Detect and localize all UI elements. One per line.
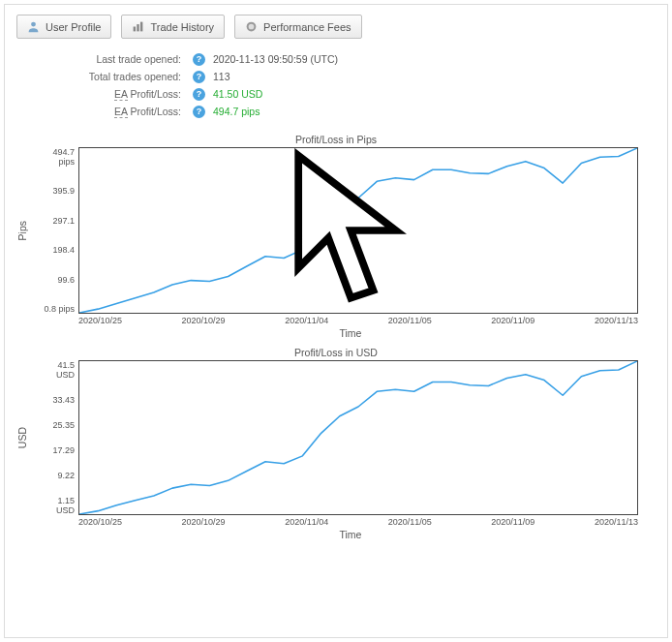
axis-tick: 9.22 xyxy=(40,471,75,480)
chart-usd-yticks: 41.5 USD33.4325.3517.299.221.15 USD xyxy=(40,360,78,515)
svg-rect-1 xyxy=(134,27,136,32)
row-ea-pl-usd: EA Profit/Loss: ? 41.50 USD xyxy=(20,85,656,103)
summary-block: Last trade opened: ? 2020-11-13 09:50:59… xyxy=(20,50,656,120)
tab-user-profile[interactable]: User Profile xyxy=(16,15,111,39)
axis-tick: 17.29 xyxy=(40,445,75,455)
row-total-trades-opened: Total trades opened: ? 113 xyxy=(20,68,656,85)
axis-tick: 41.5 USD xyxy=(40,360,75,380)
tab-label: Performance Fees xyxy=(263,21,351,33)
axis-tick: 2020/11/04 xyxy=(285,517,328,527)
axis-tick: 395.9 xyxy=(40,186,75,196)
chart-usd-xticks: 2020/10/252020/10/292020/11/042020/11/05… xyxy=(78,517,638,527)
chart-pips-title: Profit/Loss in Pips xyxy=(16,134,656,145)
tab-label: User Profile xyxy=(46,21,101,33)
chart-pips-ylabel: Pips xyxy=(16,221,40,240)
axis-tick: 2020/10/29 xyxy=(182,316,226,325)
chart-usd-plot[interactable] xyxy=(78,360,638,515)
label-total-trades-opened: Total trades opened: xyxy=(20,71,185,82)
chart-usd: Profit/Loss in USD USD 41.5 USD33.4325.3… xyxy=(16,347,656,540)
svg-rect-3 xyxy=(140,22,142,32)
label-last-trade-opened: Last trade opened: xyxy=(20,53,185,65)
chart-pips-xticks: 2020/10/252020/10/292020/11/042020/11/05… xyxy=(78,316,638,325)
axis-tick: 2020/11/13 xyxy=(595,316,638,325)
value-ea-pl-usd: 41.50 USD xyxy=(213,88,262,100)
chart-icon xyxy=(132,20,144,33)
label-ea-pl-pips: EA Profit/Loss: xyxy=(20,106,185,117)
axis-tick: 0.8 pips xyxy=(40,304,75,314)
label-ea-pl-usd: EA Profit/Loss: xyxy=(20,88,185,100)
tab-bar: User Profile Trade History Performance F… xyxy=(16,15,656,39)
chart-pips: Profit/Loss in Pips Pips 494.7 pips395.9… xyxy=(16,134,656,339)
axis-tick: 2020/11/05 xyxy=(388,316,432,325)
svg-rect-2 xyxy=(137,24,139,31)
tab-label: Trade History xyxy=(150,21,214,33)
value-last-trade-opened: 2020-11-13 09:50:59 (UTC) xyxy=(213,53,338,65)
axis-tick: 494.7 pips xyxy=(40,147,75,167)
axis-tick: 297.1 xyxy=(40,216,75,226)
chart-usd-svg xyxy=(79,361,637,514)
help-icon[interactable]: ? xyxy=(193,71,205,83)
row-last-trade-opened: Last trade opened: ? 2020-11-13 09:50:59… xyxy=(20,50,656,68)
chart-pips-xlabel: Time xyxy=(46,327,656,339)
help-icon[interactable]: ? xyxy=(193,106,205,118)
row-ea-pl-pips: EA Profit/Loss: ? 494.7 pips xyxy=(20,103,656,120)
value-total-trades-opened: 113 xyxy=(213,71,230,82)
value-ea-pl-pips: 494.7 pips xyxy=(213,106,260,117)
chart-usd-ylabel: USD xyxy=(16,427,40,448)
axis-tick: 2020/10/29 xyxy=(182,517,226,527)
chart-usd-title: Profit/Loss in USD xyxy=(16,347,656,358)
user-icon xyxy=(27,20,40,33)
axis-tick: 2020/11/04 xyxy=(285,316,328,325)
axis-tick: 1.15 USD xyxy=(40,496,75,515)
chart-pips-yticks: 494.7 pips395.9297.1198.499.60.8 pips xyxy=(40,147,78,314)
axis-tick: 2020/10/25 xyxy=(78,316,122,325)
axis-tick: 198.4 xyxy=(40,245,75,255)
coin-icon xyxy=(245,20,258,33)
axis-tick: 2020/11/13 xyxy=(595,517,638,527)
series-line xyxy=(79,361,637,514)
axis-tick: 2020/11/09 xyxy=(491,517,535,527)
app-frame: User Profile Trade History Performance F… xyxy=(4,4,668,638)
tab-performance-fees[interactable]: Performance Fees xyxy=(234,15,361,39)
axis-tick: 2020/11/05 xyxy=(388,517,432,527)
chart-usd-xlabel: Time xyxy=(46,529,656,540)
axis-tick: 2020/11/09 xyxy=(491,316,535,325)
tab-trade-history[interactable]: Trade History xyxy=(121,15,225,39)
axis-tick: 25.35 xyxy=(40,420,75,430)
svg-point-0 xyxy=(31,22,36,27)
axis-tick: 99.6 xyxy=(40,275,75,285)
axis-tick: 2020/10/25 xyxy=(78,517,122,527)
axis-tick: 33.43 xyxy=(40,395,75,405)
chart-pips-svg xyxy=(79,148,637,313)
svg-point-5 xyxy=(249,24,255,30)
chart-pips-plot[interactable] xyxy=(78,147,638,314)
help-icon[interactable]: ? xyxy=(193,88,205,101)
help-icon[interactable]: ? xyxy=(193,53,205,66)
series-line xyxy=(79,148,637,313)
